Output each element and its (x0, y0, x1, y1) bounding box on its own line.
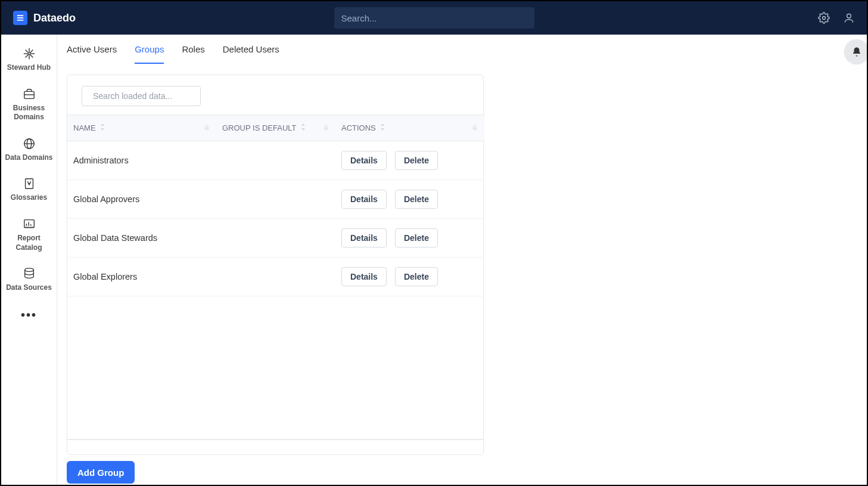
briefcase-icon (22, 87, 36, 101)
sidebar-item-label: Data Sources (6, 283, 52, 293)
sidebar-item-label: Data Domains (5, 153, 52, 163)
svg-point-4 (847, 14, 851, 18)
brand-logo[interactable]: Dataedo (13, 11, 76, 25)
cell-name: Administrators (67, 141, 216, 180)
sidebar-item-label: Report Catalog (4, 234, 54, 252)
sidebar-item-data-domains[interactable]: Data Domains (1, 132, 57, 168)
tab-bar: Active Users Groups Roles Deleted Users (57, 35, 867, 64)
tab-deleted-users[interactable]: Deleted Users (223, 44, 279, 64)
app-header: Dataedo (1, 1, 867, 35)
sidebar-item-glossaries[interactable]: Glossaries (1, 172, 57, 208)
brand-logo-icon (13, 11, 27, 25)
sidebar: Steward Hub Business Domains Data Domain… (1, 35, 57, 485)
sort-icon (99, 123, 105, 132)
sidebar-item-business-domains[interactable]: Business Domains (1, 82, 57, 127)
svg-point-3 (823, 17, 826, 20)
svg-rect-0 (17, 15, 24, 16)
table-row: Global Explorers Details Delete (67, 258, 484, 296)
add-group-button[interactable]: Add Group (67, 461, 135, 484)
details-button[interactable]: Details (341, 151, 387, 170)
column-header-actions[interactable]: ACTIONS (335, 115, 484, 141)
delete-button[interactable]: Delete (395, 267, 438, 286)
cell-group-default (216, 219, 335, 258)
svg-point-5 (28, 52, 30, 55)
column-header-name[interactable]: NAME (67, 115, 216, 141)
sidebar-item-steward-hub[interactable]: Steward Hub (1, 42, 57, 78)
table-row: Global Data Stewards Details Delete (67, 219, 484, 258)
cell-actions: Details Delete (335, 141, 484, 180)
svg-line-10 (25, 50, 28, 53)
sidebar-more-icon[interactable]: ••• (21, 302, 37, 328)
cell-group-default (216, 141, 335, 180)
lock-icon (203, 123, 210, 132)
lock-icon (471, 123, 478, 132)
report-icon (22, 217, 36, 231)
delete-button[interactable]: Delete (395, 190, 438, 209)
svg-rect-2 (17, 20, 24, 21)
brand-name: Dataedo (33, 12, 76, 24)
panel-search[interactable] (82, 86, 201, 106)
notifications-button[interactable] (844, 39, 868, 64)
sidebar-item-label: Business Domains (4, 104, 54, 122)
details-button[interactable]: Details (341, 228, 387, 247)
svg-rect-30 (324, 127, 328, 130)
svg-rect-21 (24, 220, 34, 228)
user-icon[interactable] (843, 12, 855, 24)
groups-table: NAME G (67, 114, 484, 439)
cell-actions: Details Delete (335, 180, 484, 219)
sidebar-item-label: Glossaries (11, 193, 47, 203)
hub-icon (22, 47, 36, 61)
cell-actions: Details Delete (335, 219, 484, 258)
svg-line-12 (25, 55, 28, 58)
table-row: Global Approvers Details Delete (67, 180, 484, 219)
panel-footer (67, 439, 483, 454)
cell-name: Global Explorers (67, 258, 216, 296)
svg-line-11 (30, 55, 33, 58)
table-filler (67, 296, 484, 439)
glossary-icon (22, 177, 36, 191)
svg-rect-29 (205, 127, 209, 130)
bell-icon (851, 47, 862, 57)
tab-roles[interactable]: Roles (182, 44, 204, 64)
cell-name: Global Data Stewards (67, 219, 216, 258)
svg-point-26 (24, 268, 33, 272)
settings-icon[interactable] (818, 12, 830, 24)
cell-group-default (216, 180, 335, 219)
svg-line-13 (30, 50, 33, 53)
delete-button[interactable]: Delete (395, 151, 438, 170)
sort-icon (379, 123, 385, 132)
groups-panel: NAME G (67, 75, 484, 455)
svg-rect-1 (17, 17, 24, 18)
column-header-group-default[interactable]: GROUP IS DEFAULT (216, 115, 335, 141)
sort-icon (300, 123, 306, 132)
global-search[interactable] (334, 7, 534, 29)
sidebar-item-data-sources[interactable]: Data Sources (1, 262, 57, 298)
table-row: Administrators Details Delete (67, 141, 484, 180)
cell-group-default (216, 258, 335, 296)
details-button[interactable]: Details (341, 267, 387, 286)
panel-search-input[interactable] (93, 91, 197, 101)
delete-button[interactable]: Delete (395, 228, 438, 247)
global-search-input[interactable] (334, 7, 534, 29)
sidebar-item-label: Steward Hub (7, 63, 51, 73)
database-icon (22, 267, 36, 281)
cell-actions: Details Delete (335, 258, 484, 296)
lock-icon (322, 123, 329, 132)
details-button[interactable]: Details (341, 190, 387, 209)
svg-rect-31 (473, 127, 477, 130)
tab-groups[interactable]: Groups (135, 44, 164, 64)
sidebar-item-report-catalog[interactable]: Report Catalog (1, 212, 57, 257)
tab-active-users[interactable]: Active Users (67, 44, 117, 64)
main-content: Active Users Groups Roles Deleted Users (57, 35, 867, 485)
globe-icon (22, 137, 36, 151)
cell-name: Global Approvers (67, 180, 216, 219)
